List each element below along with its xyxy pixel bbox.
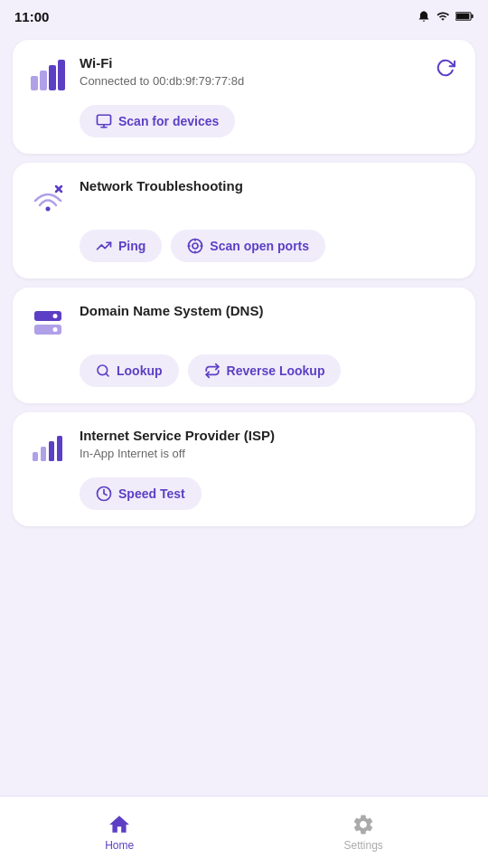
- status-time: 11:00: [14, 9, 49, 24]
- svg-rect-1: [456, 14, 469, 19]
- speed-test-button[interactable]: Speed Test: [80, 477, 202, 510]
- nav-home[interactable]: Home: [105, 813, 134, 852]
- wifi-card-icon: [29, 56, 67, 94]
- nav-settings-label: Settings: [343, 839, 382, 852]
- svg-rect-27: [49, 441, 54, 461]
- network-title: Network Troubleshooting: [80, 177, 459, 195]
- scan-devices-button[interactable]: Scan for devices: [80, 105, 235, 137]
- network-actions: Ping Scan open ports: [80, 230, 459, 262]
- wifi-card: Wi-Fi Connected to 00:db:9f:79:77:8d: [13, 40, 475, 154]
- bottom-nav: Home Settings: [0, 796, 488, 868]
- status-icons: [418, 10, 474, 23]
- home-icon: [108, 813, 131, 836]
- dns-card-icon: [29, 304, 67, 342]
- battery-icon: [455, 11, 474, 22]
- ping-icon: [96, 238, 112, 254]
- wifi-card-header: Wi-Fi Connected to 00:db:9f:79:77:8d: [29, 54, 244, 94]
- scan-ports-icon: [187, 238, 203, 254]
- main-content: Wi-Fi Connected to 00:db:9f:79:77:8d: [0, 33, 488, 526]
- scan-devices-label: Scan for devices: [118, 114, 219, 128]
- reverse-lookup-label: Reverse Lookup: [227, 363, 325, 378]
- lookup-button[interactable]: Lookup: [80, 354, 179, 387]
- speed-test-icon: [96, 486, 112, 502]
- svg-rect-5: [49, 65, 56, 90]
- dns-card-text: Domain Name System (DNS): [80, 302, 459, 320]
- svg-rect-6: [58, 60, 65, 90]
- svg-rect-3: [31, 76, 38, 90]
- svg-rect-4: [40, 71, 47, 90]
- wifi-status-icon: [436, 10, 450, 23]
- isp-subtitle: In-App Internet is off: [80, 447, 459, 460]
- dns-title: Domain Name System (DNS): [80, 302, 459, 320]
- speed-test-label: Speed Test: [118, 486, 185, 501]
- svg-rect-2: [472, 14, 474, 18]
- isp-card-text: Internet Service Provider (ISP) In-App I…: [80, 427, 459, 460]
- reverse-lookup-button[interactable]: Reverse Lookup: [188, 354, 342, 387]
- svg-rect-25: [33, 452, 38, 461]
- dns-card: Domain Name System (DNS) Lookup: [13, 288, 475, 403]
- dns-card-header: Domain Name System (DNS): [29, 302, 459, 342]
- network-troubleshooting-card: Network Troubleshooting Ping: [13, 163, 475, 278]
- wifi-actions: Scan for devices: [80, 105, 459, 137]
- ping-button[interactable]: Ping: [80, 230, 162, 262]
- network-card-text: Network Troubleshooting: [80, 177, 459, 195]
- svg-point-22: [53, 327, 58, 332]
- isp-card-header: Internet Service Provider (ISP) In-App I…: [29, 427, 459, 467]
- wifi-card-text: Wi-Fi Connected to 00:db:9f:79:77:8d: [80, 54, 244, 88]
- network-card-header: Network Troubleshooting: [29, 177, 459, 217]
- isp-title: Internet Service Provider (ISP): [80, 427, 459, 445]
- reverse-lookup-icon: [204, 363, 221, 379]
- scan-devices-icon: [96, 113, 112, 129]
- svg-rect-28: [57, 436, 62, 461]
- lookup-icon: [96, 363, 110, 378]
- isp-actions: Speed Test: [80, 477, 459, 510]
- dns-actions: Lookup Reverse Lookup: [80, 354, 459, 387]
- lookup-label: Lookup: [117, 363, 163, 378]
- svg-point-10: [46, 207, 51, 212]
- svg-rect-26: [41, 447, 46, 461]
- svg-rect-7: [98, 115, 111, 125]
- isp-card: Internet Service Provider (ISP) In-App I…: [13, 412, 475, 526]
- nav-settings[interactable]: Settings: [343, 813, 382, 852]
- nav-home-label: Home: [105, 839, 134, 852]
- status-bar: 11:00: [0, 0, 488, 33]
- ping-label: Ping: [118, 239, 145, 253]
- scan-ports-button[interactable]: Scan open ports: [171, 230, 325, 262]
- wifi-header-row: Wi-Fi Connected to 00:db:9f:79:77:8d: [29, 54, 459, 94]
- wifi-subtitle: Connected to 00:db:9f:79:77:8d: [80, 74, 244, 88]
- isp-card-icon: [29, 429, 67, 467]
- wifi-title: Wi-Fi: [80, 54, 244, 72]
- network-card-icon: [29, 179, 67, 217]
- notification-icon: [418, 10, 430, 23]
- svg-point-20: [53, 314, 58, 318]
- svg-line-24: [106, 373, 108, 376]
- scan-ports-label: Scan open ports: [210, 239, 309, 253]
- svg-point-14: [192, 243, 198, 249]
- refresh-button[interactable]: [432, 54, 459, 81]
- settings-icon: [352, 813, 375, 836]
